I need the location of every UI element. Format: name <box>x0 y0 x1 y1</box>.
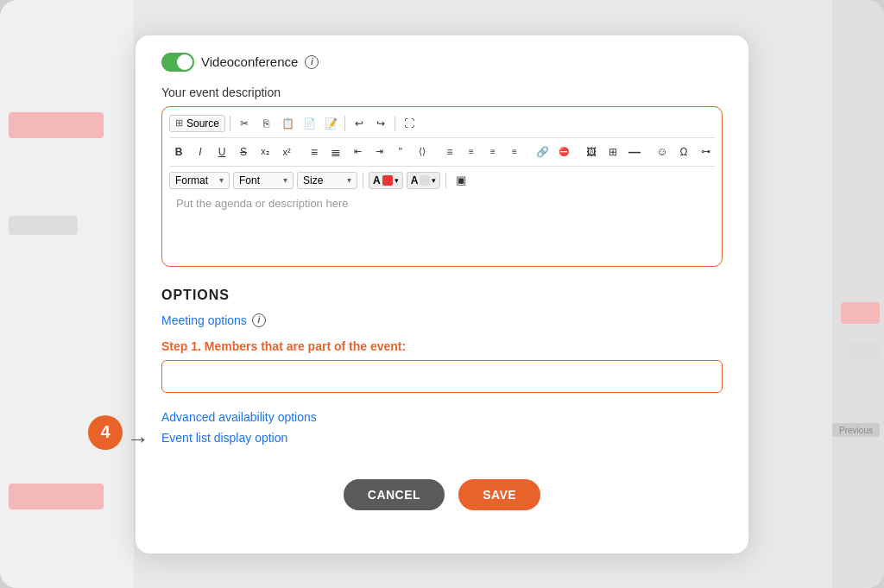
format-label: Format <box>175 174 208 187</box>
blockquote-button[interactable]: " <box>391 142 410 161</box>
toolbar-sep1 <box>230 116 230 131</box>
align-center-button[interactable]: ≡ <box>462 142 481 161</box>
source-label: Source <box>186 117 219 130</box>
step-arrow: → <box>127 426 149 452</box>
bg-color-arrow: ▾ <box>432 176 436 185</box>
font-color-swatch <box>382 175 393 186</box>
event-list-display-link[interactable]: Event list display option <box>161 431 723 445</box>
font-label: Font <box>239 174 260 187</box>
align-right-button[interactable]: ≡ <box>483 142 502 161</box>
font-color-label: A <box>373 174 381 187</box>
indent-less-button[interactable]: ⇤ <box>348 142 367 161</box>
emoji-button[interactable]: ☺ <box>653 142 672 161</box>
bg-color-swatch <box>420 175 430 186</box>
undo-button[interactable]: ↩ <box>350 114 369 133</box>
hr-button[interactable]: — <box>625 142 644 161</box>
editor-box: ⊞ Source ✂ ⎘ 📋 📄 📝 ↩ ↪ ⛶ B I U S <box>161 106 723 267</box>
link-button[interactable]: 🔗 <box>533 142 552 161</box>
size-label: Size <box>303 174 323 187</box>
bold-button[interactable]: B <box>169 142 188 161</box>
main-modal: 4 → Videoconference i Your event descrip… <box>136 35 748 553</box>
bg-right-label: Previous <box>832 423 880 437</box>
options-links: Advanced availability options Event list… <box>161 410 723 445</box>
format-dropdown[interactable]: Format <box>169 172 230 189</box>
save-button[interactable]: SAVE <box>458 479 540 510</box>
bg-sidebar-item1 <box>9 112 104 138</box>
cancel-button[interactable]: CANCEL <box>344 479 445 510</box>
bg-right-item2 <box>849 341 880 360</box>
cut-button[interactable]: ✂ <box>235 114 254 133</box>
italic-button[interactable]: I <box>191 142 210 161</box>
copy-button[interactable]: ⎘ <box>256 114 275 133</box>
bg-color-label: A <box>411 174 419 187</box>
toolbar-sep10 <box>445 173 446 188</box>
paste-word-button[interactable]: 📝 <box>321 114 340 133</box>
image-button[interactable]: 🖼 <box>582 142 601 161</box>
bg-color-button[interactable]: A ▾ <box>407 172 441 189</box>
special-chars-button[interactable]: Ω <box>674 142 693 161</box>
font-color-button[interactable]: A ▾ <box>369 172 403 189</box>
size-dropdown[interactable]: Size <box>297 172 357 189</box>
paste-text-button[interactable]: 📄 <box>300 114 319 133</box>
fullscreen-button[interactable]: ⛶ <box>400 114 419 133</box>
toolbar-row3: Format Font Size A ▾ A ▾ <box>169 167 715 190</box>
subscript-button[interactable]: x₂ <box>256 142 275 161</box>
step-badge: 4 <box>88 415 123 450</box>
videoconference-row: Videoconference i <box>161 53 723 72</box>
align-left-button[interactable]: ≡ <box>440 142 459 161</box>
table-button[interactable]: ⊞ <box>603 142 622 161</box>
indent-more-button[interactable]: ⇥ <box>369 142 388 161</box>
underline-button[interactable]: U <box>212 142 231 161</box>
ordered-list-button[interactable]: ≡ <box>305 142 324 161</box>
editor-content-area[interactable]: Put the agenda or description here <box>169 190 715 259</box>
videoconference-label: Videoconference <box>201 54 298 69</box>
step1-label: Step 1. Members that are part of the eve… <box>161 339 723 353</box>
superscript-button[interactable]: x² <box>277 142 296 161</box>
bg-sidebar-item2 <box>9 216 78 235</box>
font-color-arrow: ▾ <box>395 176 399 185</box>
strikethrough-button[interactable]: S <box>234 142 253 161</box>
footer-buttons: CANCEL SAVE <box>161 471 723 510</box>
bg-sidebar-item3 <box>9 484 104 509</box>
source-button[interactable]: ⊞ Source <box>169 115 225 132</box>
members-input[interactable] <box>161 360 723 393</box>
toolbar-sep2 <box>344 116 345 131</box>
options-heading: OPTIONS <box>161 288 723 303</box>
toolbar-row1: ⊞ Source ✂ ⎘ 📋 📄 📝 ↩ ↪ ⛶ <box>169 114 715 138</box>
videoconference-toggle[interactable] <box>161 53 194 72</box>
bg-right <box>832 0 884 588</box>
justify-button[interactable]: ≡ <box>505 142 524 161</box>
font-dropdown[interactable]: Font <box>233 172 294 189</box>
advanced-availability-link[interactable]: Advanced availability options <box>161 410 723 424</box>
meeting-options-row: Meeting options i <box>161 313 723 327</box>
videoconference-info-icon[interactable]: i <box>305 55 319 69</box>
event-description-label: Your event description <box>161 85 723 99</box>
toolbar-sep9 <box>363 173 363 188</box>
code-button[interactable]: ⟨⟩ <box>413 142 432 161</box>
meeting-options-link[interactable]: Meeting options <box>161 313 247 327</box>
unordered-list-button[interactable]: ≣ <box>326 142 345 161</box>
toolbar-row2: B I U S x₂ x² ≡ ≣ ⇤ ⇥ " ⟨⟩ ≡ ≡ ≡ ≡ 🔗 <box>169 138 715 167</box>
inline-style-button[interactable]: ▣ <box>451 171 470 190</box>
meeting-options-info-icon[interactable]: i <box>252 313 266 327</box>
unlink-button[interactable]: ⛔ <box>554 142 573 161</box>
bg-right-item1 <box>841 302 880 324</box>
paste-button[interactable]: 📋 <box>278 114 297 133</box>
redo-button[interactable]: ↪ <box>371 114 390 133</box>
toolbar-sep3 <box>395 116 395 131</box>
clear-format-button[interactable]: ⊶ <box>696 142 715 161</box>
